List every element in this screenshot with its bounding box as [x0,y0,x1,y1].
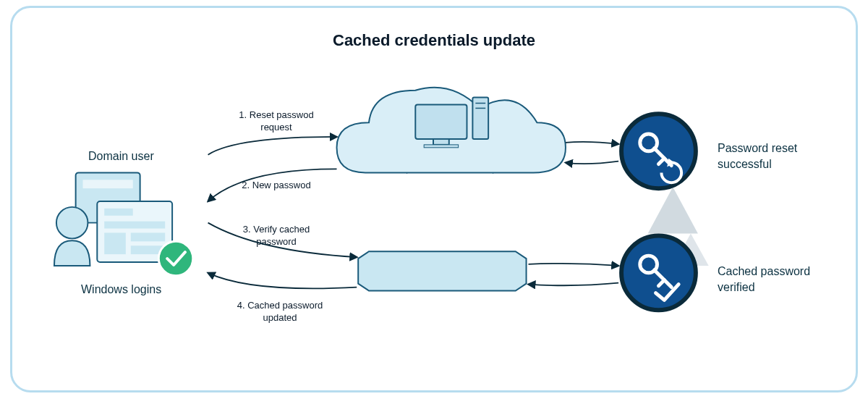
svg-rect-5 [104,222,165,229]
arrow-step2 [208,169,337,201]
cloud-computer-icon [337,88,566,173]
key-check-icon [621,235,696,310]
svg-rect-6 [104,232,126,254]
svg-rect-1 [83,180,133,188]
svg-rect-11 [415,104,467,138]
user-computer-icon [54,172,172,266]
vpn-box-icon [358,251,526,290]
arrow-cloud-right [566,142,618,144]
svg-point-2 [56,207,88,239]
arrow-vpn-left [529,283,619,286]
arrow-cloud-left [566,161,618,164]
checkmark-badge-icon [158,241,192,275]
key-reset-icon [621,114,696,188]
svg-rect-12 [433,139,449,145]
diagram-svg [12,8,856,390]
arrow-step4 [208,273,357,289]
arrow-step3 [208,223,357,257]
svg-rect-13 [424,145,458,148]
svg-rect-4 [104,209,133,216]
arrow-step1 [208,137,337,155]
svg-rect-7 [131,232,165,241]
diagram-frame: Cached credentials update Domain user Wi… [10,6,858,392]
arrow-vpn-right [529,264,619,266]
